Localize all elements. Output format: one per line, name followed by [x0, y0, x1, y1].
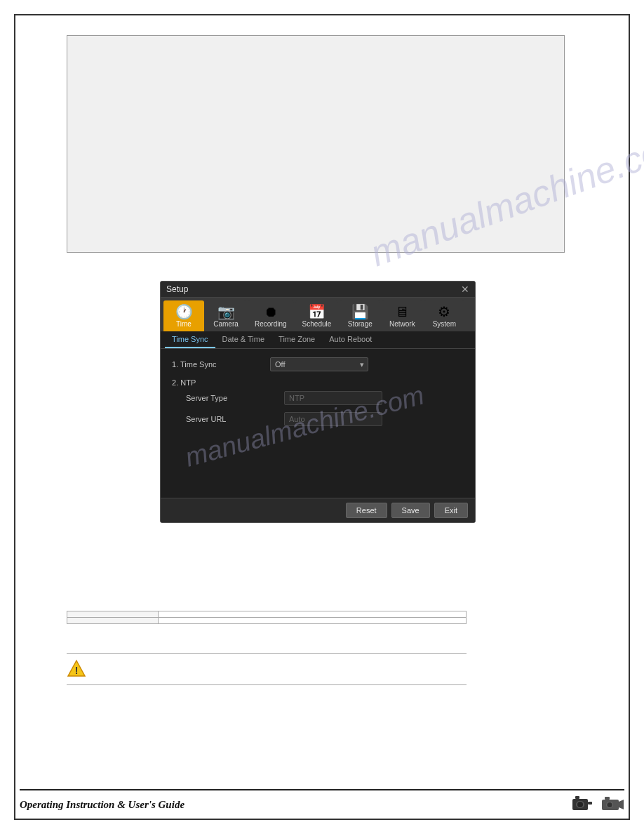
field-label-serverurl: Server URL: [186, 415, 284, 423]
reset-button[interactable]: Reset: [346, 503, 387, 518]
nav-label-time: Time: [176, 320, 192, 328]
camera-icon: 📷: [217, 305, 235, 319]
dialog-content: 1. Time Sync Off NTP 2. NTP Server Type …: [161, 349, 475, 498]
setup-dialog: Setup ✕ 🕐 Time 📷 Camera ⏺ Recording 📅 Sc…: [160, 281, 476, 523]
nav-label-storage: Storage: [348, 320, 373, 328]
timesync-select[interactable]: Off NTP: [270, 357, 368, 371]
dialog-footer: Reset Save Exit: [161, 498, 475, 522]
field-row-servertype: Server Type: [172, 391, 464, 405]
camera-icon-1: [571, 795, 593, 814]
recording-icon: ⏺: [264, 305, 278, 319]
table-section: [67, 611, 467, 624]
table-cell-col2: [159, 611, 467, 618]
warning-section: !: [67, 653, 467, 685]
network-icon: 🖥: [395, 305, 409, 319]
tab-time-zone[interactable]: Time Zone: [271, 331, 322, 348]
svg-rect-11: [605, 797, 610, 800]
time-icon: 🕐: [175, 305, 193, 319]
svg-rect-5: [588, 802, 592, 805]
save-button[interactable]: Save: [391, 503, 430, 518]
nav-item-schedule[interactable]: 📅 Schedule: [295, 300, 339, 331]
footer-title: Operating Instruction & User's Guide: [20, 799, 185, 811]
svg-point-4: [577, 802, 583, 807]
field-label-servertype: Server Type: [186, 394, 284, 402]
table-cell-col1: [67, 611, 159, 618]
warning-icon: !: [67, 659, 86, 679]
nav-item-camera[interactable]: 📷 Camera: [206, 300, 246, 331]
nav-item-time[interactable]: 🕐 Time: [163, 300, 204, 331]
svg-point-9: [608, 802, 612, 807]
svg-text:!: !: [75, 665, 79, 676]
dialog-close-button[interactable]: ✕: [461, 284, 469, 294]
table-cell-col1: [67, 618, 159, 624]
content-spacer: [172, 433, 464, 489]
field-row-ntp: 2. NTP: [172, 378, 464, 387]
camera-icon-2: [601, 795, 624, 814]
svg-rect-6: [575, 796, 579, 799]
screenshot-area: manualmachine.com: [67, 35, 565, 253]
field-row-timesync: 1. Time Sync Off NTP: [172, 357, 464, 371]
footer-icons: [571, 795, 624, 814]
field-label-ntp: 2. NTP: [172, 378, 270, 387]
nav-label-camera: Camera: [213, 320, 239, 328]
system-icon: ⚙: [438, 305, 450, 319]
nav-item-network[interactable]: 🖥 Network: [382, 300, 422, 331]
nav-label-network: Network: [389, 320, 415, 328]
servertype-input: [284, 391, 382, 405]
tab-time-sync[interactable]: Time Sync: [165, 331, 215, 348]
tab-date-time[interactable]: Date & Time: [215, 331, 272, 348]
serverurl-input: [284, 412, 382, 426]
table-cell-col2: [159, 618, 467, 624]
nav-item-recording[interactable]: ⏺ Recording: [248, 300, 294, 331]
footer-bar: Operating Instruction & User's Guide: [20, 789, 624, 814]
timesync-select-wrapper: Off NTP: [270, 357, 368, 371]
table-row: [67, 618, 467, 624]
field-row-serverurl: Server URL: [172, 412, 464, 426]
tab-row: Time Sync Date & Time Time Zone Auto Reb…: [161, 331, 475, 349]
storage-icon: 💾: [351, 305, 369, 319]
svg-marker-10: [619, 800, 624, 809]
info-table: [67, 611, 467, 624]
nav-row: 🕐 Time 📷 Camera ⏺ Recording 📅 Schedule 💾…: [161, 298, 475, 331]
dialog-title: Setup: [166, 284, 188, 294]
nav-item-storage[interactable]: 💾 Storage: [340, 300, 380, 331]
exit-button[interactable]: Exit: [434, 503, 468, 518]
nav-label-system: System: [433, 320, 456, 328]
tab-auto-reboot[interactable]: Auto Reboot: [322, 331, 379, 348]
table-row: [67, 611, 467, 618]
nav-label-schedule: Schedule: [302, 320, 332, 328]
schedule-icon: 📅: [308, 305, 326, 319]
nav-label-recording: Recording: [255, 320, 287, 328]
field-label-timesync: 1. Time Sync: [172, 360, 270, 369]
nav-item-system[interactable]: ⚙ System: [424, 300, 464, 331]
dialog-titlebar: Setup ✕: [161, 282, 475, 298]
